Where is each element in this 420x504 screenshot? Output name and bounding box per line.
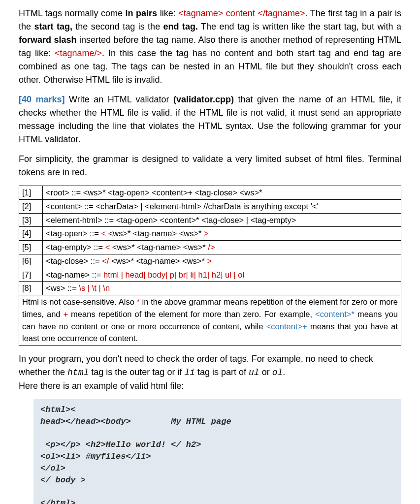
rule-number: [3] [19,213,43,227]
rule-body: <root> ::= <ws>* <tag-open> <content>+ <… [43,186,401,200]
grammar-row: [2]<content> ::= <charData> | <element-h… [19,199,401,213]
rule-number: [1] [19,186,43,200]
rule-number: [8] [19,282,43,295]
grammar-note-table: Html is not case-sensitive. Also * in th… [19,295,401,346]
rule-body: <tag-name> ::= html | head| body| p| br|… [43,268,401,282]
rule-body: <ws> ::= \s | \t | \n [43,282,401,295]
paragraph-intro: HTML tags normally come in pairs like: <… [19,7,401,87]
grammar-row: [1]<root> ::= <ws>* <tag-open> <content>… [19,186,401,200]
rule-number: [5] [19,241,43,254]
grammar-row: [6]<tag-close> ::= </ <ws>* <tag-name> <… [19,254,401,268]
rule-body: <tag-close> ::= </ <ws>* <tag-name> <ws>… [43,254,401,268]
marks-badge: [40 marks] [19,94,65,104]
rule-body: <content> ::= <charData> | <element-html… [43,199,401,213]
grammar-row: [4]<tag-open> ::= < <ws>* <tag-name> <ws… [19,227,401,241]
grammar-row: [7]<tag-name> ::= html | head| body| p| … [19,268,401,282]
rule-body: <tag-open> ::= < <ws>* <tag-name> <ws>* … [43,227,401,241]
rule-body: <element-html> ::= <tag-open> <content>*… [43,213,401,227]
rule-number: [6] [19,254,43,268]
code-tag-pair: <tagname> content </tagname> [178,8,305,18]
grammar-note-cell: Html is not case-sensitive. Also * in th… [19,295,401,346]
grammar-row: [3]<element-html> ::= <tag-open> <conten… [19,213,401,227]
rule-number: [7] [19,268,43,282]
code-self-close: <tagname/> [55,48,102,58]
paragraph-task: [40 marks] Write an HTML validator (vali… [19,93,401,146]
grammar-row: [5]<tag-empty> ::= < <ws>* <tag-name> <w… [19,241,401,254]
rule-body: <tag-empty> ::= < <ws>* <tag-name> <ws>*… [43,241,401,254]
rule-number: [2] [19,199,43,213]
example-code-block: <html>< head></head><body> My HTML page … [33,399,401,504]
paragraph-order-note: In your program, you don't need to check… [19,352,401,393]
paragraph-simplicity: For simplicity, the grammar is designed … [19,153,401,179]
grammar-row: [8]<ws> ::= \s | \t | \n [19,282,401,295]
grammar-table: [1]<root> ::= <ws>* <tag-open> <content>… [19,186,401,295]
rule-number: [4] [19,227,43,241]
